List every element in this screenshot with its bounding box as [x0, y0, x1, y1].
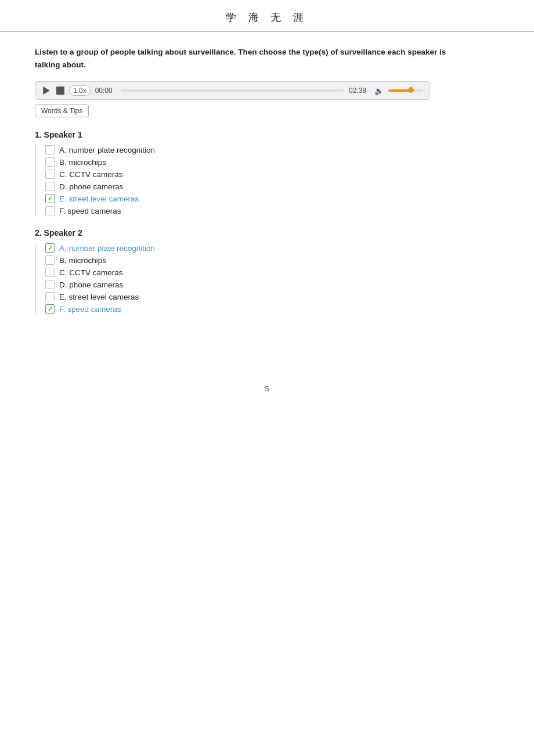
progress-track[interactable] [121, 89, 344, 92]
audio-player: 1.0x 00:00 02:38 🔈 [35, 81, 430, 100]
checkbox-1-B[interactable] [45, 157, 55, 167]
header-title: 学 海 无 涯 [226, 12, 308, 23]
questions-container: 1. Speaker 1A. number plate recognitionB… [35, 130, 499, 314]
option-label-1-A: A. number plate recognition [59, 146, 155, 154]
words-tips-button[interactable]: Words & Tips [35, 105, 89, 117]
question-title-2: 2. Speaker 2 [35, 228, 499, 237]
option-item-2-D: D. phone cameras [45, 280, 499, 289]
question-1: 1. Speaker 1A. number plate recognitionB… [35, 130, 499, 215]
option-label-1-E: E. street level cameras [59, 195, 139, 203]
option-label-2-B: B. microchips [59, 256, 106, 265]
checkbox-2-A[interactable] [45, 243, 55, 253]
checkbox-1-D[interactable] [45, 182, 55, 191]
checkbox-1-A[interactable] [45, 145, 55, 154]
option-label-2-F: F. speed cameras [59, 305, 121, 314]
option-item-1-D: D. phone cameras [45, 182, 499, 191]
option-label-2-E: E. street level cameras [59, 293, 139, 301]
option-label-1-B: B. microchips [59, 158, 106, 167]
option-label-1-C: C. CCTV cameras [59, 170, 123, 179]
option-item-1-B: B. microchips [45, 157, 499, 167]
page-header: 学 海 无 涯 [0, 0, 534, 32]
option-item-1-E: E. street level cameras [45, 194, 499, 203]
checkbox-2-D[interactable] [45, 280, 55, 289]
volume-track[interactable] [388, 89, 423, 92]
checkbox-2-C[interactable] [45, 268, 55, 277]
option-item-1-F: F. speed cameras [45, 206, 499, 215]
option-label-1-D: D. phone cameras [59, 182, 123, 191]
checkbox-2-E[interactable] [45, 292, 55, 301]
option-item-2-B: B. microchips [45, 255, 499, 265]
play-button[interactable] [41, 85, 52, 96]
stop-button[interactable] [56, 87, 64, 95]
option-label-2-A: A. number plate recognition [59, 244, 155, 253]
instructions-text: Listen to a group of people talking abou… [35, 46, 470, 71]
option-item-1-A: A. number plate recognition [45, 145, 499, 154]
question-title-1: 1. Speaker 1 [35, 130, 499, 139]
time-current: 00:00 [95, 87, 116, 95]
page-footer: 5 [0, 384, 534, 405]
option-item-1-C: C. CCTV cameras [45, 170, 499, 179]
checkbox-2-F[interactable] [45, 304, 55, 314]
checkbox-1-E[interactable] [45, 194, 55, 203]
options-list-2: A. number plate recognitionB. microchips… [35, 243, 499, 314]
option-label-1-F: F. speed cameras [59, 207, 121, 215]
options-list-1: A. number plate recognitionB. microchips… [35, 145, 499, 215]
option-item-2-C: C. CCTV cameras [45, 268, 499, 277]
main-content: Listen to a group of people talking abou… [0, 32, 534, 350]
checkbox-1-F[interactable] [45, 206, 55, 215]
speed-badge[interactable]: 1.0x [69, 85, 91, 96]
option-item-2-F: F. speed cameras [45, 304, 499, 314]
question-2: 2. Speaker 2A. number plate recognitionB… [35, 228, 499, 314]
volume-icon: 🔈 [374, 87, 384, 95]
checkbox-1-C[interactable] [45, 170, 55, 179]
time-total: 02:38 [349, 87, 370, 95]
option-item-2-A: A. number plate recognition [45, 243, 499, 253]
option-label-2-D: D. phone cameras [59, 280, 123, 289]
page-number: 5 [265, 384, 269, 393]
svg-marker-0 [43, 87, 50, 95]
volume-thumb [408, 87, 414, 93]
option-item-2-E: E. street level cameras [45, 292, 499, 301]
option-label-2-C: C. CCTV cameras [59, 268, 123, 277]
checkbox-2-B[interactable] [45, 255, 55, 265]
